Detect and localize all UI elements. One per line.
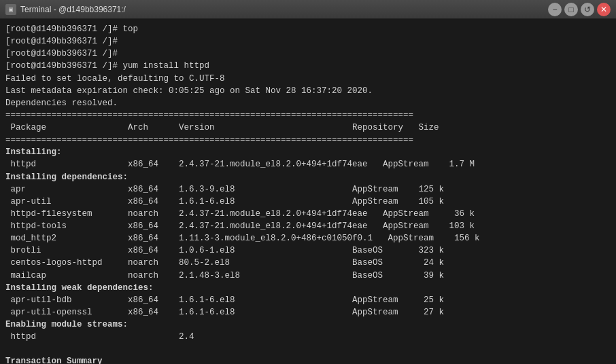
terminal-icon: ▣	[5, 4, 16, 15]
title-bar: ▣ Terminal - @d149bb396371:/ − □ ↺ ✕	[0, 0, 616, 19]
window-controls: − □ ↺ ✕	[548, 3, 611, 16]
title-bar-left: ▣ Terminal - @d149bb396371:/	[5, 4, 126, 15]
window: ▣ Terminal - @d149bb396371:/ − □ ↺ ✕ [ro…	[0, 0, 616, 364]
maximize-button[interactable]: □	[564, 3, 578, 16]
minimize-button[interactable]: −	[548, 3, 562, 16]
terminal-output[interactable]: [root@d149bb396371 /]# top [root@d149bb3…	[0, 19, 616, 364]
window-title: Terminal - @d149bb396371:/	[20, 5, 126, 14]
close-button[interactable]: ✕	[597, 3, 611, 16]
refresh-button[interactable]: ↺	[581, 3, 594, 16]
